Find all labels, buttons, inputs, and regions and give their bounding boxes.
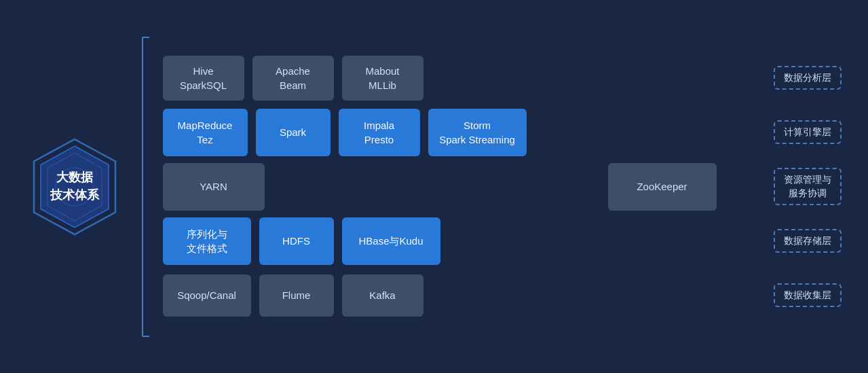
label-cell-resource: 资源管理与服务协调 [767, 162, 848, 211]
label-analysis: 数据分析层 [774, 66, 842, 90]
card-storm-spark-streaming: StormSpark Streaming [428, 109, 527, 156]
card-flume: Flume [259, 274, 334, 317]
row-compute: MapReduceTez Spark ImpalaPresto StormSpa… [163, 108, 759, 157]
card-sqoop-canal: Sqoop/Canal [163, 274, 251, 317]
label-cell-compute: 计算引擎层 [767, 108, 848, 157]
card-impala-presto: ImpalaPresto [339, 109, 420, 156]
label-cell-collect: 数据收集层 [767, 271, 848, 320]
hexagon: 大数据 技术体系 [31, 136, 119, 238]
row-resource: YARN ZooKeeper [163, 162, 759, 211]
card-kafka: Kafka [342, 274, 423, 317]
card-yarn: YARN [163, 163, 265, 211]
bracket [136, 31, 156, 343]
label-cell-analysis: 数据分析层 [767, 54, 848, 103]
card-mabout-mllib: MaboutMLLib [342, 56, 423, 101]
label-collect: 数据收集层 [774, 283, 842, 308]
main-container: 大数据 技术体系 HiveSparkSQL ApacheBeam MaboutM… [20, 14, 848, 360]
label-storage: 数据存储层 [774, 229, 842, 253]
labels-area: 数据分析层 计算引擎层 资源管理与服务协调 数据存储层 数据收集层 [767, 54, 848, 320]
hexagon-text: 大数据 技术体系 [50, 169, 99, 203]
label-compute: 计算引擎层 [774, 120, 842, 145]
card-serialization: 序列化与文件格式 [163, 217, 251, 265]
card-hbase-kudu: HBase与Kudu [342, 217, 440, 265]
rows-area: HiveSparkSQL ApacheBeam MaboutMLLib MapR… [163, 54, 759, 320]
row-collect: Sqoop/Canal Flume Kafka [163, 271, 759, 320]
card-hive-sparksql: HiveSparkSQL [163, 56, 244, 101]
label-resource: 资源管理与服务协调 [774, 168, 842, 205]
card-zookeeper: ZooKeeper [608, 163, 717, 211]
grid-area: HiveSparkSQL ApacheBeam MaboutMLLib MapR… [163, 54, 848, 320]
row-data-analysis: HiveSparkSQL ApacheBeam MaboutMLLib [163, 54, 759, 103]
card-spark: Spark [256, 109, 331, 156]
row-storage: 序列化与文件格式 HDFS HBase与Kudu [163, 217, 759, 266]
label-cell-storage: 数据存储层 [767, 217, 848, 266]
hexagon-wrapper: 大数据 技术体系 [20, 136, 129, 238]
card-apache-beam: ApacheBeam [252, 56, 334, 101]
card-mapreduce-tez: MapReduceTez [163, 109, 248, 156]
card-hdfs: HDFS [259, 217, 334, 265]
